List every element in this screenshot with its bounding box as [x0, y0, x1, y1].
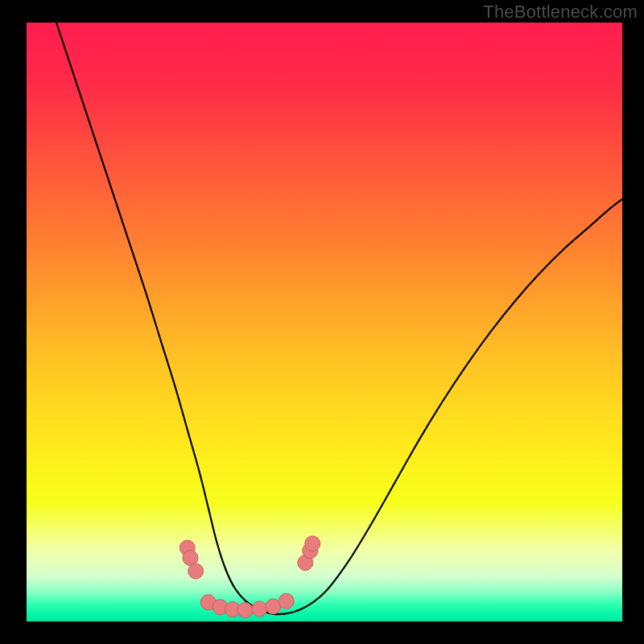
curve-dot — [252, 601, 267, 617]
bottleneck-curve — [56, 23, 622, 614]
watermark-text: TheBottleneck.com — [483, 2, 638, 23]
curve-dot — [305, 536, 320, 551]
curve-dot — [188, 564, 204, 579]
curve-dots-group — [180, 536, 320, 618]
chart-svg — [27, 23, 622, 621]
curve-dot — [279, 593, 294, 609]
outer-frame: TheBottleneck.com — [0, 0, 644, 644]
plot-area — [27, 23, 622, 621]
curve-dot — [237, 602, 253, 617]
